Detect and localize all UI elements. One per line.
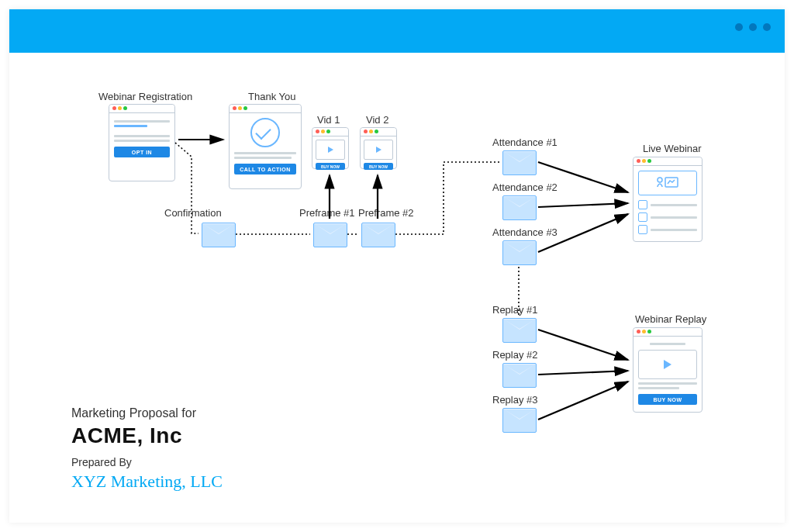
- top-bar: [9, 9, 785, 53]
- proposal-for-label: Marketing Proposal for: [71, 406, 223, 420]
- presenter-icon: [638, 171, 697, 195]
- play-icon: [638, 350, 697, 379]
- window-dots-icon: [735, 23, 771, 31]
- cta-button: CALL TO ACTION: [234, 164, 296, 174]
- node-vid2-page: BUY NOW: [360, 127, 397, 169]
- svg-line-13: [538, 382, 628, 420]
- node-registration-page: OPT IN: [109, 104, 175, 181]
- node-email-preframe2: [361, 223, 395, 247]
- label-confirmation: Confirmation: [164, 207, 222, 219]
- check-circle-icon: [250, 118, 280, 147]
- label-registration: Webinar Registration: [98, 91, 192, 102]
- document-frame: Webinar Registration Thank You Vid 1 Vid…: [9, 9, 785, 523]
- label-thankyou: Thank You: [248, 91, 295, 102]
- node-email-att1: [502, 150, 537, 175]
- buy-button: BUY NOW: [638, 394, 697, 405]
- node-webinar-replay-page: BUY NOW: [633, 327, 703, 413]
- svg-line-12: [538, 371, 628, 375]
- client-name: ACME, Inc: [71, 423, 223, 448]
- label-att2: Attendance #2: [492, 181, 558, 193]
- play-icon: [316, 140, 345, 160]
- node-email-rep3: [502, 408, 537, 433]
- label-live: Live Webinar: [643, 143, 702, 154]
- buy-button: BUY NOW: [364, 163, 393, 170]
- label-att3: Attendance #3: [492, 226, 558, 238]
- node-email-att3: [502, 240, 537, 265]
- node-email-rep2: [502, 363, 537, 388]
- agency-name: XYZ Marketing, LLC: [71, 472, 223, 492]
- node-live-webinar-page: [633, 157, 703, 242]
- label-replay: Webinar Replay: [635, 313, 706, 325]
- node-email-att2: [502, 195, 537, 220]
- label-preframe2: Preframe #2: [358, 207, 414, 219]
- node-email-rep1: [502, 318, 537, 343]
- label-att1: Attendance #1: [492, 136, 558, 148]
- node-email-preframe1: [313, 223, 347, 247]
- label-rep3: Replay #3: [492, 394, 538, 406]
- label-vid2: Vid 2: [366, 114, 388, 126]
- node-email-confirmation: [202, 223, 236, 247]
- svg-line-8: [538, 203, 628, 207]
- svg-line-11: [538, 330, 628, 360]
- label-vid1: Vid 1: [317, 114, 340, 126]
- svg-point-1: [658, 178, 662, 182]
- buy-button: BUY NOW: [316, 163, 345, 170]
- prepared-by-label: Prepared By: [71, 456, 223, 468]
- label-rep1: Replay #1: [492, 304, 538, 316]
- title-block: Marketing Proposal for ACME, Inc Prepare…: [71, 406, 223, 492]
- node-vid1-page: BUY NOW: [312, 127, 349, 169]
- node-thankyou-page: CALL TO ACTION: [229, 104, 302, 189]
- label-preframe1: Preframe #1: [299, 207, 355, 219]
- label-rep2: Replay #2: [492, 349, 538, 361]
- optin-button: OPT IN: [114, 147, 170, 157]
- play-icon: [364, 140, 393, 160]
